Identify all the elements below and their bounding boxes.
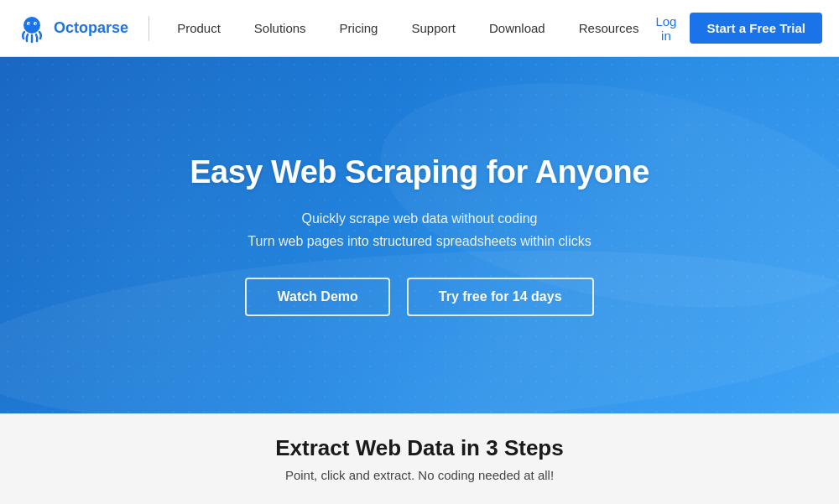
- nav-item-resources[interactable]: Resources: [562, 0, 656, 57]
- navbar: Octoparse Product Solutions Pricing Supp…: [0, 0, 839, 57]
- hero-section: Easy Web Scraping for Anyone Quickly scr…: [0, 57, 839, 413]
- nav-item-solutions[interactable]: Solutions: [237, 0, 323, 57]
- navbar-actions: Log in Start a Free Trial: [655, 13, 822, 44]
- hero-buttons: Watch Demo Try free for 14 days: [245, 278, 593, 316]
- hero-content: Easy Web Scraping for Anyone Quickly scr…: [173, 154, 666, 316]
- svg-point-4: [35, 23, 37, 24]
- hero-subtitle: Quickly scrape web data without coding T…: [248, 207, 591, 252]
- nav-item-product[interactable]: Product: [160, 0, 237, 57]
- hero-subtitle-line2: Turn web pages into structured spreadshe…: [248, 230, 591, 252]
- watch-demo-button[interactable]: Watch Demo: [245, 278, 389, 316]
- hero-title: Easy Web Scraping for Anyone: [190, 154, 649, 190]
- steps-section: Extract Web Data in 3 Steps Point, click…: [0, 413, 839, 504]
- svg-point-0: [23, 17, 40, 34]
- try-free-button[interactable]: Try free for 14 days: [407, 278, 594, 316]
- svg-point-3: [29, 23, 30, 24]
- nav-item-support[interactable]: Support: [394, 0, 472, 57]
- brand-name: Octoparse: [54, 19, 128, 37]
- steps-title: Extract Web Data in 3 Steps: [275, 435, 563, 461]
- brand-logo-link[interactable]: Octoparse: [17, 13, 128, 44]
- octoparse-logo-icon: [17, 13, 47, 44]
- steps-subtitle: Point, click and extract. No coding need…: [285, 468, 554, 482]
- navbar-nav: Product Solutions Pricing Support Downlo…: [160, 0, 655, 57]
- hero-subtitle-line1: Quickly scrape web data without coding: [248, 207, 591, 230]
- start-free-trial-button[interactable]: Start a Free Trial: [690, 13, 822, 44]
- nav-item-download[interactable]: Download: [472, 0, 562, 57]
- nav-item-pricing[interactable]: Pricing: [323, 0, 395, 57]
- login-button[interactable]: Log in: [655, 14, 676, 43]
